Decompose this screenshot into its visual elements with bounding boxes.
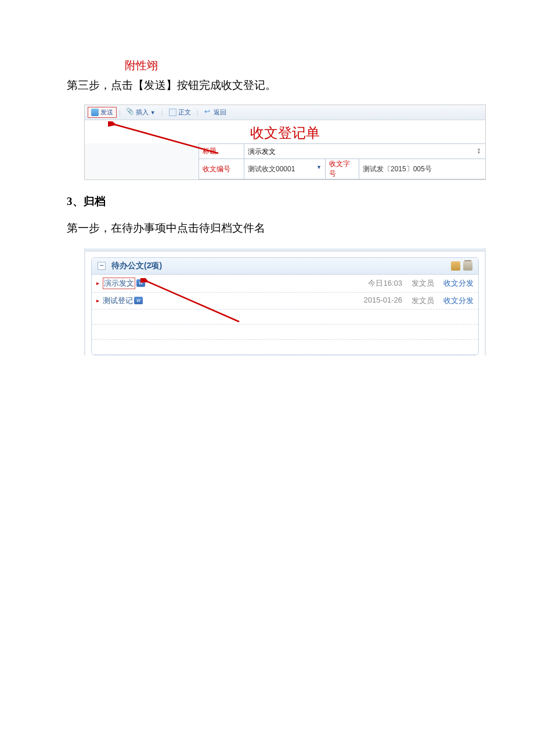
word-icon[interactable]: w (134, 297, 143, 304)
todo-panel: − 待办公文(2项) ▸ 演示发文 w 今日16:03 发文员 收文分发 ▸ 测… (91, 257, 479, 355)
item-author: 发文员 (412, 296, 434, 306)
bullet-icon: ▸ (96, 297, 99, 304)
label-title: 标题 (199, 144, 244, 159)
collapse-button[interactable]: − (98, 262, 106, 270)
value-title-cell: ▲ ▼ (244, 144, 486, 159)
empty-row (92, 325, 478, 340)
panel-title-count: (2项) (144, 261, 162, 271)
annotation-label: 附性翊 (125, 58, 467, 73)
item-date: 2015-01-26 (364, 296, 403, 306)
label-doc-code: 收文字号 (326, 159, 359, 179)
send-icon (91, 109, 99, 116)
title-spinner[interactable]: ▲ ▼ (475, 147, 482, 154)
heading-text: 归档 (84, 195, 106, 207)
insert-button[interactable]: 插入 ▼ (123, 107, 159, 118)
form-title: 收文登记单 (85, 120, 485, 143)
clip-icon (127, 109, 134, 116)
back-icon (204, 109, 212, 116)
body-button[interactable]: 正文 (165, 107, 194, 118)
trash-icon[interactable] (463, 261, 472, 271)
step3-text: 第三步，点击【发送】按钮完成收文登记。 (67, 77, 467, 94)
item-date: 今日16:03 (368, 278, 402, 289)
item-title-link[interactable]: 测试登记 (103, 296, 133, 306)
send-button[interactable]: 发送 (88, 107, 117, 118)
heading-sep: 、 (73, 195, 84, 207)
panel-title-prefix: 待办公文 (111, 261, 144, 271)
edit-icon[interactable] (451, 261, 460, 271)
section3-step1: 第一步，在待办事项中点击待归档文件名 (67, 219, 467, 237)
title-input[interactable] (248, 147, 474, 156)
value-doc-code: 测试发〔2015〕005号 (359, 159, 486, 179)
panel-top-bar (85, 248, 485, 251)
label-doc-num: 收文编号 (199, 159, 244, 179)
body-label: 正文 (178, 108, 191, 117)
section-heading: 3、归档 (67, 194, 467, 209)
value-doc-num-cell: 测试收文00001 ▼ (244, 159, 326, 179)
item-action-link[interactable]: 收文分发 (443, 296, 474, 306)
separator: | (197, 109, 199, 116)
form-table: 标题 ▲ ▼ 收文编号 测试收文00001 ▼ 收文字号 (199, 143, 486, 179)
screenshot-todo-panel: − 待办公文(2项) ▸ 演示发文 w 今日16:03 发文员 收文分发 ▸ 测… (84, 248, 486, 355)
back-label: 返回 (214, 108, 226, 117)
empty-row (92, 309, 478, 325)
doc-num-value: 测试收文00001 (248, 165, 295, 173)
item-author: 发文员 (412, 278, 434, 289)
chevron-down-icon[interactable]: ▼ (316, 164, 322, 170)
doc-icon (169, 109, 176, 116)
insert-label: 插入 (136, 108, 149, 117)
empty-row (92, 340, 478, 355)
form-toolbar: 发送 | 插入 ▼ | 正文 | 返回 (85, 105, 485, 120)
chevron-down-icon: ▼ (150, 110, 156, 116)
list-item: ▸ 演示发文 w 今日16:03 发文员 收文分发 (92, 275, 478, 293)
item-title-link[interactable]: 演示发文 (103, 278, 135, 289)
separator: | (119, 109, 121, 116)
screenshot-form: 发送 | 插入 ▼ | 正文 | 返回 收文登记单 标题 (84, 105, 486, 180)
heading-number: 3 (67, 195, 73, 207)
item-action-link[interactable]: 收文分发 (443, 278, 474, 289)
form-row-title: 标题 ▲ ▼ (199, 144, 486, 159)
bullet-icon: ▸ (96, 280, 99, 286)
list-item: ▸ 测试登记 w 2015-01-26 发文员 收文分发 (92, 293, 478, 309)
word-icon[interactable]: w (136, 279, 145, 287)
panel-header: − 待办公文(2项) (92, 258, 478, 275)
spinner-down-icon[interactable]: ▼ (475, 151, 482, 154)
separator: | (161, 109, 163, 116)
form-row-number: 收文编号 测试收文00001 ▼ 收文字号 测试发〔2015〕005号 (199, 159, 486, 179)
back-button[interactable]: 返回 (201, 107, 230, 118)
send-label: 发送 (100, 108, 113, 117)
